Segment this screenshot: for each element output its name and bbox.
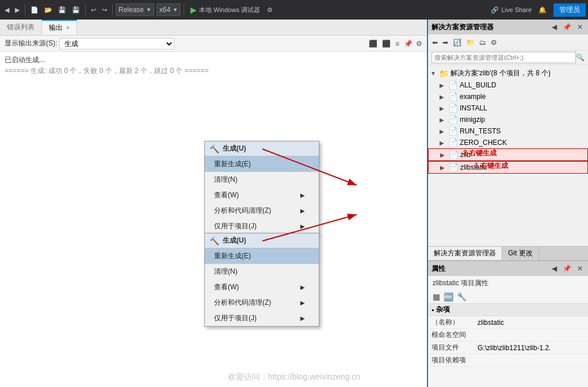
prop-sort-btn[interactable]: 🔤	[444, 292, 453, 301]
menu-1-item-1-label: 清理(N)	[214, 175, 238, 185]
output-content: 已启动生成... ====== 生成: 成功 0 个，失败 0 个，最新 2 个…	[0, 52, 427, 387]
tree-item-ALL_BUILD[interactable]: ▶ 📄 ALL_BUILD	[428, 79, 588, 91]
menu-icon-2: 🔨	[209, 236, 219, 246]
redo-btn[interactable]: ↪	[100, 5, 109, 15]
tree-item-example[interactable]: ▶ 📄 example	[428, 91, 588, 102]
save-btn[interactable]: 💾	[56, 5, 68, 15]
pin-panel-btn[interactable]: 📌	[561, 22, 573, 32]
context-menu-1-item-0[interactable]: 重新生成(E)	[205, 156, 319, 172]
sol-toolbar-btn5[interactable]: 🗂	[478, 38, 488, 47]
menu-1-arrow-4: ▶	[300, 223, 305, 229]
item-arrow-7: ▶	[440, 164, 447, 171]
zlib-annotation: 2 右键生成	[463, 148, 497, 158]
debug-btn[interactable]: ⚙	[265, 5, 275, 15]
item-icon-3: 📄	[448, 115, 458, 124]
tree-item-ZERO_CHECK[interactable]: ▶ 📄 ZERO_CHECK	[428, 137, 588, 148]
admin-btn[interactable]: 管理员	[553, 3, 586, 17]
output-line-2: ====== 生成: 成功 0 个，失败 0 个，最新 2 个，跳过 0 个 =…	[5, 66, 422, 76]
open-btn[interactable]: 📂	[42, 5, 55, 15]
context-menu-2-item-3[interactable]: 分析和代码清理(Z) ▶	[205, 295, 319, 311]
prop-close-btn[interactable]: ✕	[575, 264, 585, 273]
prop-row-name: （名称） zlibstatic	[428, 316, 588, 329]
sol-toolbar-btn1[interactable]: ⬅	[430, 38, 440, 47]
config-dropdown[interactable]: Release ▼	[116, 3, 154, 16]
settings-icon[interactable]: ⚙	[416, 40, 422, 48]
menu-2-item-2-label: 查看(W)	[214, 282, 239, 292]
play-btn[interactable]: ▶ 本地 Windows 调试器	[187, 4, 264, 16]
tree-root[interactable]: ▼ 📁 解决方案'zlib'(8 个项目，共 8 个)	[428, 67, 588, 79]
prop-tool-btn[interactable]: 🔧	[457, 292, 467, 301]
tab-output[interactable]: 输出 ×	[42, 20, 77, 35]
context-menu-1-item-2[interactable]: 查看(W) ▶	[205, 187, 319, 203]
back-btn[interactable]: ◀	[2, 5, 12, 15]
context-menu-1-item-1[interactable]: 清理(N)	[205, 172, 319, 187]
pin-btn[interactable]: 📌	[403, 39, 414, 49]
bottom-tab-git[interactable]: Git 更改	[502, 247, 539, 260]
left-panel: 错误列表 输出 × 显示输出来源(S): 生成 ⬛ ⬛ ≡ 📌 ⚙ 已	[0, 20, 427, 387]
prop-section: ▪ 杂项	[428, 304, 588, 316]
context-menu-2-item-1[interactable]: 清理(N)	[205, 264, 319, 279]
tree-item-zlib[interactable]: ▶ 📄 zlib 2 右键生成	[428, 148, 588, 161]
zlibstatic-annotation: 1 右键生成	[475, 161, 508, 171]
bottom-tab-bar: 解决方案资源管理器 Git 更改	[428, 246, 588, 260]
forward-btn[interactable]: ▶	[13, 5, 22, 15]
context-menu-2-item-2[interactable]: 查看(W) ▶	[205, 279, 319, 295]
tab-error-list[interactable]: 错误列表	[0, 20, 42, 35]
tree-item-INSTALL[interactable]: ▶ 📄 INSTALL	[428, 102, 588, 114]
sol-toolbar-btn2[interactable]: ➡	[441, 38, 450, 47]
source-label: 显示输出来源(S):	[5, 39, 57, 48]
search-input[interactable]	[432, 52, 576, 63]
tree-item-minigzip[interactable]: ▶ 📄 minigzip	[428, 114, 588, 125]
tree-item-zlibstatic[interactable]: ▶ 📄 zlibstatic 1 右键生成	[428, 161, 588, 174]
menu-2-arrow-2: ▶	[300, 284, 305, 290]
prop-value-name: zlibstatic	[474, 316, 588, 329]
sol-toolbar-btn6[interactable]: ⚙	[489, 38, 499, 47]
item-icon-7: 📄	[449, 163, 459, 172]
new-file-btn[interactable]: 📄	[28, 5, 41, 15]
menu-icon-1: 🔨	[209, 144, 219, 154]
context-menu-1-title: 生成(U)	[223, 144, 246, 154]
toggle-left-btn[interactable]: ◀	[550, 22, 559, 32]
undo-btn[interactable]: ↩	[89, 5, 98, 15]
prop-key-deps: 项目依赖项	[428, 354, 474, 367]
prop-title-icons: ◀ 📌 ✕	[550, 264, 585, 273]
context-menu-1-item-3[interactable]: 分析和代码清理(Z) ▶	[205, 203, 319, 219]
align-right-btn[interactable]: ⬛	[381, 39, 392, 49]
prop-pin-btn[interactable]: 📌	[561, 264, 573, 273]
bottom-tab-solution[interactable]: 解决方案资源管理器	[428, 247, 502, 260]
platform-dropdown[interactable]: x64 ▼	[156, 3, 181, 16]
tab-output-close[interactable]: ×	[66, 25, 70, 31]
menu-1-item-3-label: 分析和代码清理(Z)	[214, 206, 271, 216]
notifications-btn[interactable]: 🔔	[536, 5, 549, 15]
root-icon: 📁	[439, 69, 449, 78]
align-left-btn[interactable]: ⬛	[368, 39, 379, 49]
root-arrow: ▼	[430, 70, 437, 76]
prop-toggle-btn[interactable]: ◀	[550, 264, 559, 273]
context-menu-2-item-4[interactable]: 仅用于项目(J) ▶	[205, 311, 319, 326]
close-panel-btn[interactable]: ✕	[575, 22, 585, 32]
item-label-4: RUN_TESTS	[460, 127, 501, 135]
item-label-1: example	[460, 93, 486, 101]
live-share: 🔗 Live Share	[491, 6, 532, 14]
item-arrow-0: ▶	[440, 82, 446, 89]
menu-1-arrow-3: ▶	[300, 208, 305, 214]
context-menu-2-item-0[interactable]: 重新生成(E)	[205, 248, 319, 264]
tree-item-RUN_TESTS[interactable]: ▶ 📄 RUN_TESTS	[428, 125, 588, 137]
item-arrow-6: ▶	[440, 152, 447, 158]
menu-2-item-3-label: 分析和代码清理(Z)	[214, 298, 271, 308]
live-share-icon: 🔗	[491, 6, 499, 14]
item-icon-6: 📄	[449, 150, 459, 159]
sol-toolbar-btn4[interactable]: 📁	[464, 38, 476, 47]
live-share-label: Live Share	[501, 6, 532, 13]
search-btn[interactable]: 🔍	[576, 53, 585, 62]
config-arrow: ▼	[146, 7, 151, 13]
sol-toolbar-btn3[interactable]: 🔃	[451, 38, 463, 47]
save-all-btn[interactable]: 💾	[70, 5, 82, 15]
prop-grid-btn[interactable]: ▦	[433, 292, 440, 301]
word-wrap-btn[interactable]: ≡	[394, 39, 400, 49]
context-menu-1-item-4[interactable]: 仅用于项目(J) ▶	[205, 219, 319, 234]
play-label: 本地 Windows 调试器	[199, 6, 260, 14]
right-panel: 解决方案资源管理器 ◀ 📌 ✕ ⬅ ➡ 🔃 📁 🗂 ⚙ 🔍	[427, 20, 588, 387]
root-label: 解决方案'zlib'(8 个项目，共 8 个)	[450, 68, 551, 78]
source-select[interactable]: 生成	[59, 38, 174, 49]
